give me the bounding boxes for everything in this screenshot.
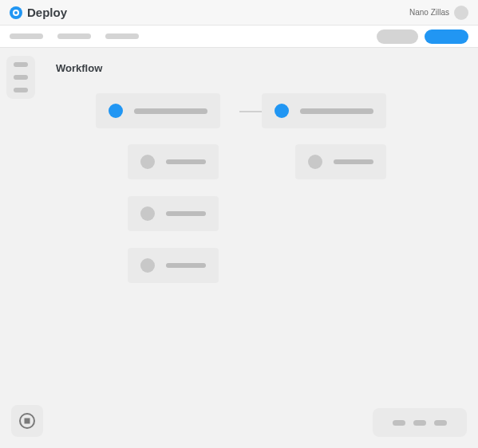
secondary-nav bbox=[0, 26, 478, 48]
avatar[interactable] bbox=[454, 6, 468, 20]
status-dot-active-icon bbox=[109, 104, 123, 118]
node-label bbox=[166, 159, 206, 164]
workflow-node[interactable] bbox=[128, 196, 219, 231]
status-dot-idle-icon bbox=[308, 155, 322, 169]
workflow-node[interactable] bbox=[128, 248, 219, 283]
node-label bbox=[134, 108, 207, 114]
sidebar bbox=[6, 56, 35, 99]
workflow-node[interactable] bbox=[262, 93, 386, 128]
node-label bbox=[166, 211, 206, 216]
status-dot-idle-icon bbox=[140, 258, 155, 273]
workflow-node[interactable] bbox=[128, 144, 219, 179]
footer-action[interactable] bbox=[413, 420, 426, 426]
footer-action[interactable] bbox=[393, 420, 405, 426]
nav-item[interactable] bbox=[105, 33, 139, 39]
main-area: Workflow bbox=[0, 48, 478, 448]
stop-icon bbox=[18, 412, 36, 430]
nav-item[interactable] bbox=[57, 33, 91, 39]
sidebar-item[interactable] bbox=[14, 88, 28, 92]
app-brand[interactable]: Deploy bbox=[10, 6, 67, 19]
sidebar-item[interactable] bbox=[14, 75, 28, 80]
workflow-node[interactable] bbox=[96, 93, 220, 128]
sidebar-item[interactable] bbox=[14, 62, 28, 67]
status-dot-active-icon bbox=[275, 104, 289, 118]
user-name[interactable]: Nano Zillas bbox=[409, 8, 449, 17]
node-label bbox=[334, 159, 373, 164]
footer-actions bbox=[373, 408, 467, 437]
node-label bbox=[166, 263, 206, 268]
status-dot-idle-icon bbox=[140, 155, 155, 169]
app-title: Deploy bbox=[27, 6, 67, 19]
nav-action-primary[interactable] bbox=[425, 29, 468, 44]
footer-action[interactable] bbox=[434, 420, 447, 426]
status-dot-idle-icon bbox=[140, 206, 155, 221]
nav-item[interactable] bbox=[10, 33, 43, 39]
node-label bbox=[300, 108, 373, 114]
section-title: Workflow bbox=[56, 62, 478, 74]
app-logo-icon bbox=[10, 6, 22, 19]
stop-button[interactable] bbox=[11, 405, 43, 437]
workflow-node[interactable] bbox=[295, 144, 386, 179]
top-bar: Deploy Nano Zillas bbox=[0, 0, 478, 26]
content: Workflow bbox=[56, 62, 478, 448]
svg-rect-1 bbox=[25, 419, 30, 424]
nav-action-secondary[interactable] bbox=[377, 29, 418, 44]
